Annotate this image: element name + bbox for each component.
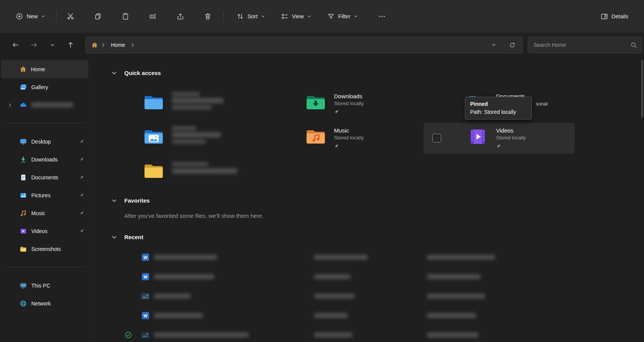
redacted-text [154, 313, 203, 318]
sidebar-item-label-redacted [31, 102, 73, 107]
sidebar-item-videos[interactable]: Videos [1, 222, 88, 240]
chevron-down-icon [307, 14, 311, 18]
sidebar-item-this-pc[interactable]: This PC [1, 276, 88, 294]
breadcrumb-home[interactable]: Home [109, 40, 127, 50]
arrow-left-icon [12, 41, 19, 49]
recent-file-row[interactable] [90, 286, 644, 306]
quick-access-tile-redacted[interactable] [100, 88, 251, 120]
sidebar-item-documents[interactable]: Documents [1, 168, 88, 186]
sidebar-item-desktop[interactable]: Desktop [1, 133, 88, 150]
pin-icon [79, 139, 84, 144]
tooltip-body: Path: Stored locally [470, 108, 527, 116]
delete-button[interactable] [200, 9, 216, 24]
rename-button[interactable]: A [145, 9, 161, 24]
address-bar-controls [490, 40, 517, 50]
videos-library-icon [468, 128, 488, 145]
redacted-text [427, 332, 479, 337]
refresh-button[interactable] [507, 40, 517, 50]
new-plus-icon [16, 13, 23, 20]
svg-text:A: A [151, 15, 153, 18]
filter-icon [327, 13, 335, 20]
sidebar-item-label: Network [31, 300, 51, 307]
cut-button[interactable] [63, 9, 79, 24]
pin-icon [79, 175, 84, 180]
chevron-down-icon[interactable] [112, 198, 117, 203]
pictures-icon [19, 192, 27, 199]
vertical-scrollbar[interactable] [641, 60, 643, 117]
sidebar-item-pictures[interactable]: Pictures [1, 186, 88, 204]
recent-file-row[interactable]: W [90, 248, 644, 267]
sidebar-item-label: Music [31, 210, 45, 216]
downloads-icon [19, 156, 27, 163]
word-document-icon: W [142, 312, 149, 319]
sidebar-item-label: Downloads [31, 157, 58, 163]
section-header-quick-access[interactable]: Quick access [112, 70, 161, 76]
section-header-favorites[interactable]: Favorites [112, 197, 150, 204]
view-button[interactable]: View [276, 9, 316, 24]
pin-icon [79, 229, 84, 233]
section-header-recent[interactable]: Recent [112, 234, 143, 240]
image-thumbnail-icon [141, 293, 149, 299]
search-box [528, 37, 642, 53]
filter-button[interactable]: Filter [322, 9, 363, 24]
copy-button[interactable] [90, 9, 106, 24]
address-dropdown-button[interactable] [490, 41, 498, 49]
item-checkbox[interactable] [432, 134, 441, 142]
breadcrumb-separator-icon [131, 43, 134, 47]
arrow-up-icon [67, 41, 74, 49]
quick-access-tile-downloads[interactable]: Downloads Stored locally [262, 88, 413, 120]
sidebar-item-home[interactable]: Home [1, 60, 88, 78]
view-button-label: View [292, 13, 304, 19]
back-button[interactable] [8, 38, 23, 52]
search-icon[interactable] [631, 42, 637, 48]
folder-music-icon [306, 128, 326, 145]
sidebar-item-downloads[interactable]: Downloads [1, 150, 88, 168]
sidebar-item-network[interactable]: Network [1, 294, 88, 312]
quick-access-tile-redacted[interactable] [100, 123, 251, 154]
home-icon[interactable] [91, 42, 98, 48]
redacted-text [427, 294, 485, 299]
sidebar-item-label: Pictures [31, 192, 51, 198]
quick-access-tile-redacted[interactable] [100, 157, 251, 188]
redacted-text [172, 105, 212, 109]
word-document-icon: W [142, 254, 149, 261]
new-button[interactable]: New [11, 9, 50, 24]
quick-access-tile-videos[interactable]: Videos Stored locally [424, 123, 575, 154]
pin-icon [79, 211, 84, 216]
recent-file-row[interactable] [90, 325, 644, 342]
sidebar-item-gallery[interactable]: Gallery [1, 78, 88, 96]
recent-file-row[interactable]: W [90, 306, 644, 325]
tile-title: Videos [496, 127, 514, 134]
toolbar-separator [56, 11, 56, 22]
redacted-text [314, 274, 350, 279]
sidebar-item-label: Gallery [31, 84, 48, 90]
up-button[interactable] [63, 38, 78, 52]
sort-button[interactable]: Sort [231, 9, 270, 24]
more-options-button[interactable] [374, 9, 390, 24]
recent-locations-button[interactable] [45, 38, 59, 52]
quick-access-tile-music[interactable]: Music Stored locally [262, 123, 413, 154]
folder-yellow-icon [144, 163, 164, 179]
search-input[interactable] [533, 42, 631, 48]
recent-files-list: W W W [90, 248, 644, 342]
redacted-text [172, 140, 206, 144]
share-button[interactable] [172, 9, 188, 24]
chevron-down-icon[interactable] [112, 71, 117, 75]
sidebar-item-onedrive[interactable] [1, 96, 88, 114]
sidebar-item-screenshots[interactable]: Screenshots [1, 240, 88, 258]
chevron-down-icon[interactable] [112, 235, 117, 240]
gallery-icon [19, 83, 27, 91]
sidebar-item-music[interactable]: Music [1, 204, 88, 222]
address-bar[interactable]: Home [85, 37, 523, 53]
recent-file-row[interactable]: W [90, 267, 644, 286]
chevron-right-icon[interactable] [9, 103, 11, 107]
sidebar-item-label: Screenshots [31, 246, 61, 252]
section-title: Quick access [124, 70, 161, 76]
paste-button[interactable] [117, 9, 133, 24]
forward-button[interactable] [27, 38, 41, 52]
pin-icon [496, 144, 501, 149]
details-button[interactable]: Details [596, 9, 633, 24]
filter-button-label: Filter [338, 13, 350, 19]
scissors-icon [67, 13, 74, 20]
chevron-down-icon [50, 43, 55, 48]
